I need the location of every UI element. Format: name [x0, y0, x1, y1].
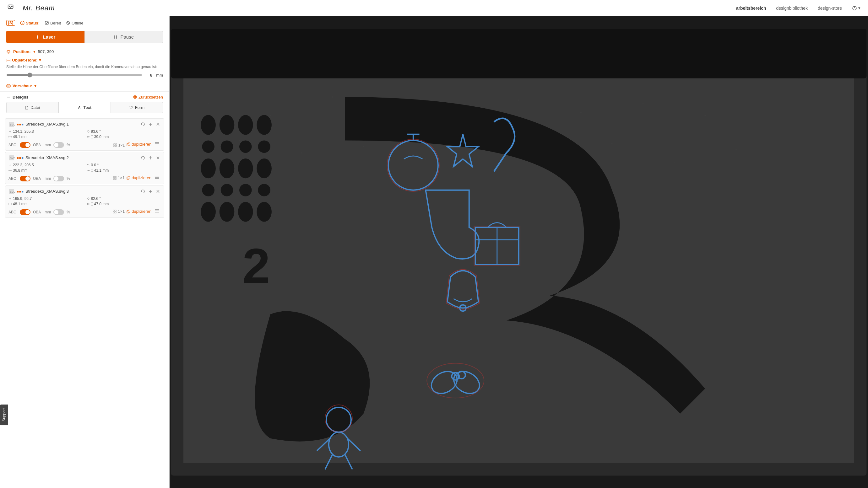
status-label: Status: — [26, 21, 39, 25]
design-1-width-value: 49.1 mm — [13, 135, 28, 139]
color-strip-1: ■ ■ ■ — [17, 122, 24, 126]
offline-icon — [66, 21, 70, 25]
zuruck-button[interactable]: Zurücksetzen — [133, 95, 163, 99]
preview-canvas[interactable]: 2 — [169, 16, 868, 488]
design-item-1-name: Streudeko_XMAS.svg.1 — [25, 122, 69, 127]
design-3-dupli-link[interactable]: duplizieren — [127, 209, 151, 214]
design-1-height: 39.0 mm — [87, 135, 161, 139]
power-icon — [852, 6, 857, 11]
design-3-close-btn[interactable] — [155, 189, 161, 194]
menu-icon-1 — [155, 141, 159, 146]
designs-text: Designs — [12, 95, 29, 99]
designs-header: Designs Zurücksetzen — [0, 92, 169, 102]
svg-point-141 — [221, 140, 233, 153]
design-2-rotate-btn[interactable] — [140, 155, 146, 161]
position-chevron[interactable]: ▾ — [33, 49, 35, 54]
design-3-menu-btn[interactable] — [153, 208, 161, 215]
design-1-grid-value: 1×1 — [118, 143, 125, 148]
slider-value: 8 — [146, 73, 152, 77]
laser-button[interactable]: Laser — [6, 31, 85, 43]
nav-designbibliothek[interactable]: designbibliothek — [776, 6, 808, 11]
plus-icon-1 — [148, 122, 153, 127]
support-tab[interactable]: Support — [0, 404, 8, 425]
design-1-dupli-text: duplizieren — [132, 142, 151, 147]
design-item-1-controls — [140, 122, 161, 127]
design-2-close-btn[interactable] — [155, 155, 161, 161]
svg-point-139 — [256, 115, 271, 135]
link-icon-3 — [87, 202, 90, 205]
design-2-add-btn[interactable] — [148, 155, 153, 161]
design-3-mm-switch[interactable] — [53, 209, 64, 215]
status-bar: [S] i Status: Bereit Offline — [0, 16, 169, 28]
design-1-mm-switch[interactable] — [53, 142, 64, 148]
sidebar: [S] i Status: Bereit Offline Laser Pa — [0, 16, 169, 488]
objekt-hohe-section: Objekt-Höhe: ▾ Stelle die Höhe der Oberf… — [0, 57, 169, 80]
design-1-bottom-row: ABC OBA mm % — [8, 141, 161, 148]
plus-icon-3 — [148, 189, 153, 194]
close-icon-1 — [156, 122, 160, 127]
nav-arbeitsbereich[interactable]: arbeitsbereich — [736, 6, 766, 11]
design-item-3-title: SVG ■ ■ ■ Streudeko_XMAS.svg.3 — [8, 188, 69, 195]
design-1-add-btn[interactable] — [148, 122, 153, 127]
vorschau-row[interactable]: Vorschau: ▾ — [0, 80, 169, 92]
design-3-right-controls: 1×1 duplizieren — [113, 208, 161, 215]
svg-point-154 — [238, 202, 253, 222]
svg-point-144 — [201, 159, 215, 178]
svg-point-74 — [88, 170, 89, 171]
pause-button[interactable]: Pause — [85, 31, 163, 43]
pause-button-label: Pause — [120, 34, 134, 39]
design-2-rot-value: 0.0 ° — [91, 163, 99, 167]
designs-label: Designs — [6, 95, 29, 99]
design-2-mm-switch[interactable] — [53, 176, 64, 182]
svg-point-133 — [612, 143, 613, 144]
tab-form[interactable]: Form — [111, 102, 163, 113]
svg-point-147 — [256, 159, 271, 178]
power-button[interactable]: ▾ — [852, 6, 861, 11]
color-strip-3: ■ ■ ■ — [17, 190, 24, 193]
logo-text: Mr. Beam — [23, 4, 55, 12]
design-1-abc-switch[interactable] — [20, 142, 30, 148]
design-1-dupli-link[interactable]: duplizieren — [127, 142, 151, 147]
design-1-height-value: 39.0 mm — [94, 135, 109, 139]
tab-form-label: Form — [135, 105, 145, 110]
design-item-2: SVG ■ ■ ■ Streudeko_XMAS.svg.2 — [5, 152, 164, 184]
grid-icon-3 — [113, 209, 117, 214]
design-2-menu-btn[interactable] — [153, 174, 161, 181]
design-1-grid: 1×1 — [113, 143, 125, 148]
nav-design-store[interactable]: design-store — [818, 6, 842, 11]
design-2-abc-switch[interactable] — [20, 176, 30, 182]
height-slider[interactable] — [6, 74, 142, 76]
design-1-menu-btn[interactable] — [153, 141, 161, 148]
objekt-hohe-chevron[interactable]: ▾ — [39, 58, 41, 62]
svg-point-129 — [363, 146, 364, 147]
logo: Mr. Beam — [7, 4, 55, 12]
laser-button-label: Laser — [43, 34, 55, 39]
design-1-rotate-btn[interactable] — [140, 122, 146, 127]
camera-icon — [6, 84, 11, 88]
design-1-close-btn[interactable] — [155, 122, 161, 127]
svg-text:SVG: SVG — [10, 157, 15, 160]
design-2-dupli-link[interactable]: duplizieren — [127, 175, 151, 180]
design-item-1-props: 134.1, 265.3 93.6 ° 49.1 mm 39.0 mm — [8, 129, 161, 139]
design-item-3: SVG ■ ■ ■ Streudeko_XMAS.svg.3 — [5, 186, 164, 218]
design-2-width-value: 36.8 mm — [13, 168, 28, 173]
design-3-abc-switch[interactable] — [20, 209, 30, 215]
pause-icon — [113, 35, 118, 39]
design-item-3-controls — [140, 189, 161, 194]
design-3-add-btn[interactable] — [148, 189, 153, 194]
tab-datei[interactable]: Datei — [6, 102, 58, 113]
move-icon-2 — [8, 163, 11, 167]
svg-point-126 — [704, 115, 706, 116]
design-3-rotate-btn[interactable] — [140, 189, 146, 194]
header: Mr. Beam arbeitsbereich designbibliothek… — [0, 0, 868, 16]
tab-text[interactable]: A Text — [58, 102, 111, 113]
duplicate-icon-1 — [127, 142, 130, 146]
design-item-3-props: 165.9, 96.7 82.6 ° 48.1 mm 47.0 mm — [8, 196, 161, 206]
design-2-right-controls: 1×1 duplizieren — [113, 174, 161, 181]
design-thumbnail-1: SVG — [8, 121, 15, 127]
svg-text:2: 2 — [242, 238, 270, 294]
design-3-height-value: 47.0 mm — [94, 202, 109, 206]
svg-rect-81 — [113, 178, 114, 180]
svg-point-128 — [301, 152, 302, 154]
tab-row: Datei A Text Form — [0, 102, 169, 117]
